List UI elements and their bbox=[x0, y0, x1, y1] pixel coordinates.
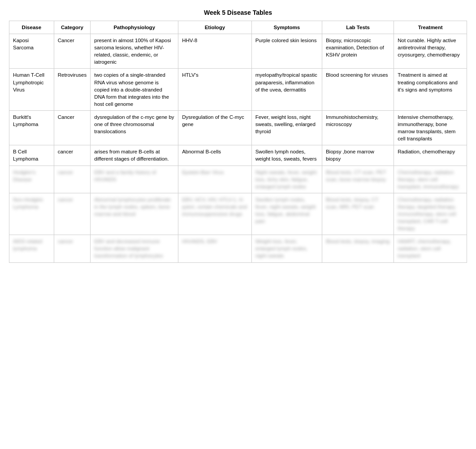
cell-lab-tests: Biopsy ,bone marrow biopsy bbox=[322, 145, 394, 166]
cell-category: cancer bbox=[54, 235, 91, 262]
cell-category: cancer bbox=[54, 145, 91, 166]
col-header-symptoms: Symptoms bbox=[251, 21, 322, 34]
cell-symptoms: Swollen lymph nodes, weight loss, sweats… bbox=[251, 145, 322, 166]
cell-category: cancer bbox=[54, 166, 91, 193]
cell-treatment: HAART, chemotherapy, radiation, stem cel… bbox=[394, 235, 467, 262]
col-header-category: Category bbox=[54, 21, 91, 34]
cell-category: Cancer bbox=[54, 110, 91, 145]
cell-pathophysiology: two copies of a single-stranded RNA viru… bbox=[91, 69, 178, 110]
cell-lab-tests: Immunohistochemistry, microscopy bbox=[322, 110, 394, 145]
page-title: Week 5 Disease Tables bbox=[9, 9, 467, 16]
cell-treatment: Intensive chemotherapy, immunotherapy, b… bbox=[394, 110, 467, 145]
cell-symptoms: Fever, weight loss, night sweats, swelli… bbox=[251, 110, 322, 145]
cell-etiology: EBV, HCV, HIV, HTLV-1, H. pylori, certai… bbox=[178, 193, 251, 235]
cell-treatment: Not curable. Highly active antiretrovira… bbox=[394, 34, 467, 69]
cell-etiology: HHV-8 bbox=[178, 34, 251, 69]
cell-pathophysiology: present in almost 100% of Kaposi sarcoma… bbox=[91, 34, 178, 69]
col-header-etiology: Etiology bbox=[178, 21, 251, 34]
table-row: Kaposi SarcomaCancer present in almost 1… bbox=[9, 34, 467, 69]
cell-disease: Human T-Cell Lymphotropic Virus bbox=[9, 69, 54, 110]
cell-pathophysiology: dysregulation of the c-myc gene by one o… bbox=[91, 110, 178, 145]
cell-disease: Non-Hodgkin Lymphoma bbox=[9, 193, 54, 235]
cell-lab-tests: Blood tests, biopsy, CT scan, MRI, PET s… bbox=[322, 193, 394, 235]
cell-pathophysiology: EBV and a family history of HIV/AIDS bbox=[91, 166, 178, 193]
cell-treatment: Radiation, chemotherapy bbox=[394, 145, 467, 166]
disease-table: Disease Category Pathophysiology Etiolog… bbox=[9, 21, 467, 263]
cell-symptoms: myelopathy/tropical spastic paraparesis,… bbox=[251, 69, 322, 110]
cell-disease: AIDS related lymphoma bbox=[9, 235, 54, 262]
cell-lab-tests: Blood tests, CT scan, PET scan, bone mar… bbox=[322, 166, 394, 193]
cell-disease: Burkitt's Lymphoma bbox=[9, 110, 54, 145]
cell-pathophysiology: arises from mature B-cells at different … bbox=[91, 145, 178, 166]
table-row: Hodgkin's DiseasecancerEBV and a family … bbox=[9, 166, 467, 193]
cell-pathophysiology: EBV and decreased immune function allow … bbox=[91, 235, 178, 262]
cell-treatment: Treatment is aimed at treating complicat… bbox=[394, 69, 467, 110]
col-header-pathophysiology: Pathophysiology bbox=[91, 21, 178, 34]
table-row: AIDS related lymphomacancerEBV and decre… bbox=[9, 235, 467, 262]
cell-symptoms: Weight loss, fever, enlarged lymph nodes… bbox=[251, 235, 322, 262]
table-row: Non-Hodgkin LymphomacancerAbnormal lymph… bbox=[9, 193, 467, 235]
cell-etiology: Abnormal B-cells bbox=[178, 145, 251, 166]
table-row: B Cell Lymphomacancerarises from mature … bbox=[9, 145, 467, 166]
cell-etiology: Epstein-Barr Virus bbox=[178, 166, 251, 193]
cell-etiology: Dysregulation of the C-myc gene bbox=[178, 110, 251, 145]
cell-etiology: HIV/AIDS, EBV bbox=[178, 235, 251, 262]
cell-category: Retroviruses bbox=[54, 69, 91, 110]
cell-lab-tests: Biopsy, microscopic examination, Detecti… bbox=[322, 34, 394, 69]
cell-category: Cancer bbox=[54, 34, 91, 69]
cell-disease: Hodgkin's Disease bbox=[9, 166, 54, 193]
cell-etiology: HTLV's bbox=[178, 69, 251, 110]
col-header-disease: Disease bbox=[9, 21, 54, 34]
cell-symptoms: Purple colored skin lesions bbox=[251, 34, 322, 69]
cell-treatment: Chemotherapy, radiation therapy, stem ce… bbox=[394, 166, 467, 193]
cell-lab-tests: Blood tests, biopsy, imaging bbox=[322, 235, 394, 262]
cell-category: cancer bbox=[54, 193, 91, 235]
cell-disease: Kaposi Sarcoma bbox=[9, 34, 54, 69]
cell-pathophysiology: Abnormal lymphocytes proliferate in the … bbox=[91, 193, 178, 235]
cell-symptoms: Swollen lymph nodes, fever, night sweats… bbox=[251, 193, 322, 235]
cell-treatment: Chemotherapy, radiation therapy, targete… bbox=[394, 193, 467, 235]
cell-disease: B Cell Lymphoma bbox=[9, 145, 54, 166]
cell-symptoms: Night sweats, fever, weight loss, itchy … bbox=[251, 166, 322, 193]
table-header-row: Disease Category Pathophysiology Etiolog… bbox=[9, 21, 467, 34]
table-row: Human T-Cell Lymphotropic VirusRetroviru… bbox=[9, 69, 467, 110]
table-row: Burkitt's LymphomaCancerdysregulation of… bbox=[9, 110, 467, 145]
col-header-treatment: Treatment bbox=[394, 21, 467, 34]
col-header-lab-tests: Lab Tests bbox=[322, 21, 394, 34]
cell-lab-tests: Blood screening for viruses bbox=[322, 69, 394, 110]
